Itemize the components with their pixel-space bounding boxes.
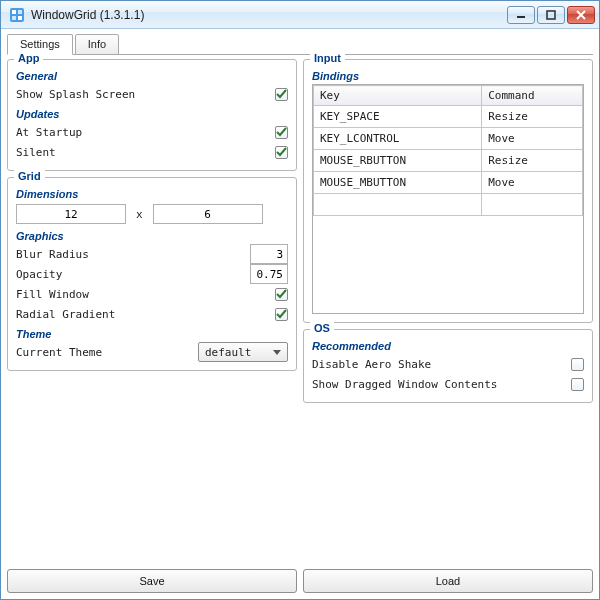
aero-checkbox[interactable] <box>571 358 584 371</box>
dimensions-subhead: Dimensions <box>16 188 288 200</box>
table-row[interactable]: KEY_LCONTROLMove <box>314 128 583 150</box>
recommended-subhead: Recommended <box>312 340 584 352</box>
group-grid-legend: Grid <box>14 170 45 182</box>
row-radial: Radial Gradient <box>16 304 288 324</box>
updates-subhead: Updates <box>16 108 288 120</box>
minimize-button[interactable] <box>507 6 535 24</box>
dimensions-row: x <box>16 202 288 226</box>
tabstrip: Settings Info <box>1 29 599 54</box>
general-subhead: General <box>16 70 288 82</box>
aero-label: Disable Aero Shake <box>312 358 571 371</box>
app-icon <box>9 7 25 23</box>
blur-label: Blur Radius <box>16 248 250 261</box>
row-theme: Current Theme default <box>16 342 288 362</box>
table-row[interactable]: MOUSE_MBUTTONMove <box>314 172 583 194</box>
left-column: App General Show Splash Screen Updates A… <box>7 59 297 563</box>
svg-rect-6 <box>547 11 555 19</box>
right-column: Input Bindings Key Command KEY_SPACEResi… <box>303 59 593 563</box>
svg-rect-1 <box>12 10 16 14</box>
chevron-down-icon <box>270 350 284 355</box>
titlebar: WindowGrid (1.3.1.1) <box>1 1 599 29</box>
close-button[interactable] <box>567 6 595 24</box>
table-row-empty[interactable] <box>314 194 583 216</box>
table-row[interactable]: MOUSE_RBUTTONResize <box>314 150 583 172</box>
svg-marker-9 <box>273 350 281 355</box>
row-show-splash: Show Splash Screen <box>16 84 288 104</box>
check-icon <box>276 127 287 138</box>
radial-checkbox[interactable] <box>275 308 288 321</box>
group-app: App General Show Splash Screen Updates A… <box>7 59 297 171</box>
group-os-legend: OS <box>310 322 334 334</box>
group-os: OS Recommended Disable Aero Shake Show D… <box>303 329 593 403</box>
button-row: Save Load <box>1 569 599 599</box>
group-input: Input Bindings Key Command KEY_SPACEResi… <box>303 59 593 323</box>
window-controls <box>507 6 595 24</box>
window-title: WindowGrid (1.3.1.1) <box>31 8 507 22</box>
close-icon <box>576 10 586 20</box>
col-command[interactable]: Command <box>482 86 583 106</box>
show-splash-label: Show Splash Screen <box>16 88 275 101</box>
drag-label: Show Dragged Window Contents <box>312 378 571 391</box>
at-startup-checkbox[interactable] <box>275 126 288 139</box>
row-fill-window: Fill Window <box>16 284 288 304</box>
check-icon <box>276 289 287 300</box>
check-icon <box>276 147 287 158</box>
theme-label: Current Theme <box>16 346 198 359</box>
load-button[interactable]: Load <box>303 569 593 593</box>
drag-checkbox[interactable] <box>571 378 584 391</box>
silent-label: Silent <box>16 146 275 159</box>
svg-rect-3 <box>12 16 16 20</box>
grid-y-input[interactable] <box>153 204 263 224</box>
blur-input[interactable] <box>250 244 288 264</box>
row-blur: Blur Radius <box>16 244 288 264</box>
maximize-icon <box>546 10 556 20</box>
bindings-table: Key Command KEY_SPACEResize KEY_LCONTROL… <box>313 85 583 216</box>
row-drag: Show Dragged Window Contents <box>312 374 584 394</box>
table-row[interactable]: KEY_SPACEResize <box>314 106 583 128</box>
svg-rect-2 <box>18 10 22 14</box>
graphics-subhead: Graphics <box>16 230 288 242</box>
content: App General Show Splash Screen Updates A… <box>1 55 599 569</box>
bindings-grid[interactable]: Key Command KEY_SPACEResize KEY_LCONTROL… <box>312 84 584 314</box>
grid-x-input[interactable] <box>16 204 126 224</box>
row-aero: Disable Aero Shake <box>312 354 584 374</box>
row-at-startup: At Startup <box>16 122 288 142</box>
show-splash-checkbox[interactable] <box>275 88 288 101</box>
theme-combo[interactable]: default <box>198 342 288 362</box>
fill-label: Fill Window <box>16 288 275 301</box>
silent-checkbox[interactable] <box>275 146 288 159</box>
theme-subhead: Theme <box>16 328 288 340</box>
save-button[interactable]: Save <box>7 569 297 593</box>
maximize-button[interactable] <box>537 6 565 24</box>
row-opacity: Opacity <box>16 264 288 284</box>
check-icon <box>276 309 287 320</box>
group-grid: Grid Dimensions x Graphics Blur Radius O… <box>7 177 297 371</box>
radial-label: Radial Gradient <box>16 308 275 321</box>
theme-value: default <box>205 346 251 359</box>
group-app-legend: App <box>14 52 43 64</box>
svg-rect-4 <box>18 16 22 20</box>
fill-window-checkbox[interactable] <box>275 288 288 301</box>
app-window: WindowGrid (1.3.1.1) Settings Info App G… <box>0 0 600 600</box>
check-icon <box>276 89 287 100</box>
group-input-legend: Input <box>310 52 345 64</box>
dim-separator: x <box>136 208 143 221</box>
opacity-label: Opacity <box>16 268 250 281</box>
bindings-subhead: Bindings <box>312 70 584 82</box>
tab-info[interactable]: Info <box>75 34 119 55</box>
at-startup-label: At Startup <box>16 126 275 139</box>
minimize-icon <box>516 10 526 20</box>
row-silent: Silent <box>16 142 288 162</box>
opacity-input[interactable] <box>250 264 288 284</box>
col-key[interactable]: Key <box>314 86 482 106</box>
